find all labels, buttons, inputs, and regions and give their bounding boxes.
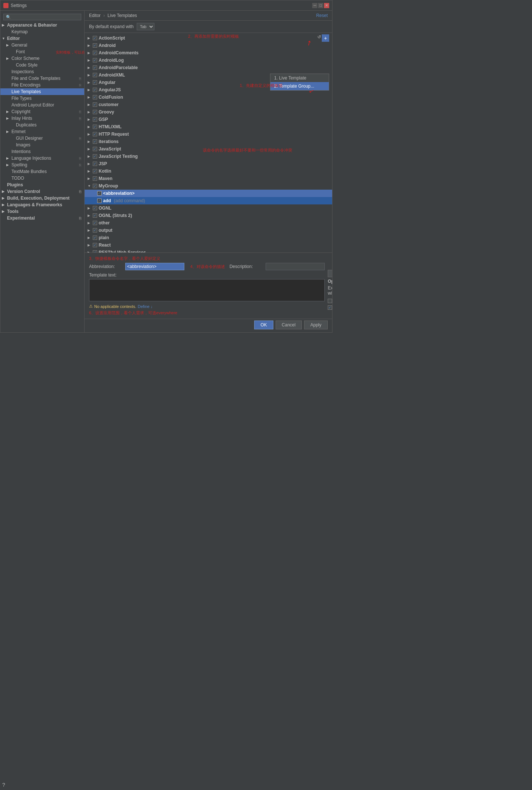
tree-checkbox[interactable]: ✓ — [93, 117, 97, 122]
tree-item-gsp[interactable]: ▶ ✓ GSP — [85, 116, 332, 123]
abbreviation-input[interactable] — [125, 263, 184, 270]
sidebar-item-images[interactable]: Images — [0, 142, 84, 148]
tree-checkbox[interactable]: ✓ — [93, 228, 97, 233]
expand-select[interactable]: Tab — [137, 23, 154, 30]
tree-checkbox[interactable]: ✓ — [93, 102, 97, 107]
sidebar-item-build-execution[interactable]: ▶ Build, Execution, Deployment — [0, 195, 84, 201]
tree-checkbox[interactable]: ✓ — [93, 73, 97, 77]
sidebar-item-editor[interactable]: ▼ Editor — [0, 35, 84, 42]
tree-item-android[interactable]: ▶ ✓ Android — [85, 42, 332, 49]
tree-checkbox[interactable]: ✓ — [93, 147, 97, 151]
sidebar-item-gui-designer[interactable]: GUI Designer ⎘ — [0, 135, 84, 142]
minimize-button[interactable]: ─ — [312, 3, 317, 8]
sidebar-item-keymap[interactable]: Keymap — [0, 28, 84, 35]
define-link[interactable]: Define ↓ — [138, 304, 153, 309]
sidebar-item-tools[interactable]: ▶ Tools — [0, 208, 84, 215]
tree-item-androidlog[interactable]: ▶ ✓ AndroidLog — [85, 57, 332, 64]
tree-item-coldfusion[interactable]: ▶ ✓ ColdFusion — [85, 94, 332, 101]
tree-item-htmlxml[interactable]: ▶ ✓ HTML/XML — [85, 123, 332, 130]
sidebar-item-experimental[interactable]: Experimental ⎘ — [0, 215, 84, 221]
sidebar-item-version-control[interactable]: ▶ Version Control ⎘ — [0, 188, 84, 195]
tree-item-mygroup[interactable]: ▼ ✓ MyGroup — [85, 182, 332, 190]
sidebar-item-color-scheme[interactable]: ▶ Color Scheme 实时模板，可以在输入代码时联想和完成 — [0, 55, 84, 62]
tree-item-javascript[interactable]: ▶ ✓ JavaScript — [85, 145, 332, 153]
tree-item-output[interactable]: ▶ ✓ output — [85, 227, 332, 234]
shorten-checkbox[interactable]: ✓ — [328, 305, 332, 310]
tree-item-androidcomments[interactable]: ▶ ✓ AndroidComments — [85, 49, 332, 57]
tree-checkbox[interactable]: ✓ — [93, 154, 97, 159]
sidebar-item-copyright[interactable]: ▶ Copyright ⎘ — [0, 108, 84, 115]
description-input[interactable] — [266, 263, 325, 270]
tree-checkbox[interactable]: ✓ — [93, 58, 97, 62]
tree-checkbox[interactable]: ✓ — [93, 213, 97, 218]
tree-checkbox[interactable]: ✓ — [93, 139, 97, 144]
context-menu-live-template[interactable]: 1. Live Template — [270, 74, 329, 82]
sidebar-item-android-layout[interactable]: Android Layout Editor — [0, 102, 84, 108]
tree-item-actionscript[interactable]: ▶ ✓ ActionScript — [85, 34, 332, 42]
ok-button[interactable]: OK — [254, 321, 273, 329]
sidebar-item-file-types[interactable]: File Types — [0, 95, 84, 102]
tree-item-ognl[interactable]: ▶ ✓ OGNL — [85, 204, 332, 212]
tree-checkbox[interactable]: ✓ — [97, 199, 102, 203]
sidebar-item-language-injections[interactable]: ▶ Language Injections ⎘ — [0, 155, 84, 162]
tree-item-plain[interactable]: ▶ ✓ plain — [85, 234, 332, 241]
add-template-button[interactable]: + — [322, 34, 329, 42]
context-menu-template-group[interactable]: 2. Template Group... — [270, 82, 329, 90]
reformat-checkbox[interactable] — [328, 299, 332, 303]
tree-item-iterations[interactable]: ▶ ✓ iterations — [85, 138, 332, 145]
tree-checkbox[interactable]: ✓ — [93, 206, 97, 210]
tree-item-ognlstruts[interactable]: ▶ ✓ OGNL (Struts 2) — [85, 212, 332, 219]
template-textarea[interactable] — [89, 279, 325, 301]
tree-checkbox[interactable]: ✓ — [93, 125, 97, 129]
tree-item-androidparcelable[interactable]: ▶ ✓ AndroidParcelable — [85, 64, 332, 71]
cancel-button[interactable]: Cancel — [276, 321, 302, 329]
tree-item-maven[interactable]: ▶ ✓ Maven — [85, 175, 332, 182]
sidebar-item-general[interactable]: ▶ General — [0, 42, 84, 48]
tree-item-abbreviation[interactable]: ✓ <abbreviation> — [85, 190, 332, 197]
sidebar-item-intentions[interactable]: Intentions — [0, 148, 84, 155]
tree-checkbox[interactable]: ✓ — [97, 191, 102, 196]
sidebar-item-inlay-hints[interactable]: ▶ Inlay Hints ⎘ — [0, 115, 84, 122]
tree-checkbox[interactable]: ✓ — [93, 162, 97, 166]
sidebar-item-code-style[interactable]: Code Style — [0, 62, 84, 68]
apply-button[interactable]: Apply — [304, 321, 328, 329]
sidebar-item-file-encodings[interactable]: File Encodings ⎘ — [0, 82, 84, 88]
tree-item-customer[interactable]: ▶ ✓ customer — [85, 101, 332, 108]
sidebar-item-todo[interactable]: TODO — [0, 175, 84, 182]
sidebar-item-live-templates[interactable]: Live Templates — [0, 88, 84, 95]
tree-checkbox[interactable]: ✓ — [93, 243, 97, 247]
tree-item-jsp[interactable]: ▶ ✓ JSP — [85, 160, 332, 167]
sidebar-item-spelling[interactable]: ▶ Spelling ⎘ — [0, 162, 84, 168]
tree-checkbox[interactable]: ✓ — [93, 110, 97, 114]
reset-button[interactable]: Reset — [316, 13, 328, 18]
tree-item-restful[interactable]: ▶ ✓ RESTful Web Services — [85, 249, 332, 252]
tree-checkbox[interactable]: ✓ — [93, 51, 97, 55]
sidebar-item-emmet[interactable]: ▶ Emmet — [0, 128, 84, 135]
tree-item-javascripttesting[interactable]: ▶ ✓ JavaScript Testing — [85, 153, 332, 160]
edit-variables-button[interactable]: Edit variables — [328, 270, 332, 277]
tree-checkbox[interactable]: ✓ — [93, 132, 97, 136]
tree-checkbox[interactable]: ✓ — [93, 250, 97, 252]
sidebar-item-file-code-templates[interactable]: File and Code Templates ⎘ — [0, 75, 84, 82]
tree-item-groovy[interactable]: ▶ ✓ Groovy — [85, 108, 332, 116]
tree-checkbox[interactable]: ✓ — [93, 80, 97, 85]
tree-checkbox[interactable]: ✓ — [93, 235, 97, 240]
sidebar-item-textmate[interactable]: TextMate Bundles — [0, 168, 84, 175]
tree-item-react[interactable]: ▶ ✓ React — [85, 241, 332, 249]
tree-checkbox[interactable]: ✓ — [93, 88, 97, 92]
tree-checkbox[interactable]: ✓ — [93, 169, 97, 173]
tree-item-httprequest[interactable]: ▶ ✓ HTTP Request — [85, 130, 332, 138]
sidebar-item-inspections[interactable]: Inspections — [0, 68, 84, 75]
tree-item-add[interactable]: ✓ add (add command) — [85, 197, 332, 204]
close-button[interactable]: ✕ — [324, 3, 329, 8]
undo-button[interactable]: ↺ — [317, 34, 321, 40]
tree-checkbox[interactable]: ✓ — [93, 65, 97, 70]
tree-checkbox[interactable]: ✓ — [93, 43, 97, 48]
tree-item-kotlin[interactable]: ▶ ✓ Kotlin — [85, 167, 332, 175]
tree-checkbox[interactable]: ✓ — [93, 36, 97, 40]
tree-checkbox[interactable]: ✓ — [93, 95, 97, 99]
tree-item-other[interactable]: ▶ ✓ other — [85, 219, 332, 227]
sidebar-item-languages-frameworks[interactable]: ▶ Languages & Frameworks — [0, 201, 84, 208]
maximize-button[interactable]: □ — [318, 3, 323, 8]
sidebar-item-plugins[interactable]: Plugins — [0, 182, 84, 188]
